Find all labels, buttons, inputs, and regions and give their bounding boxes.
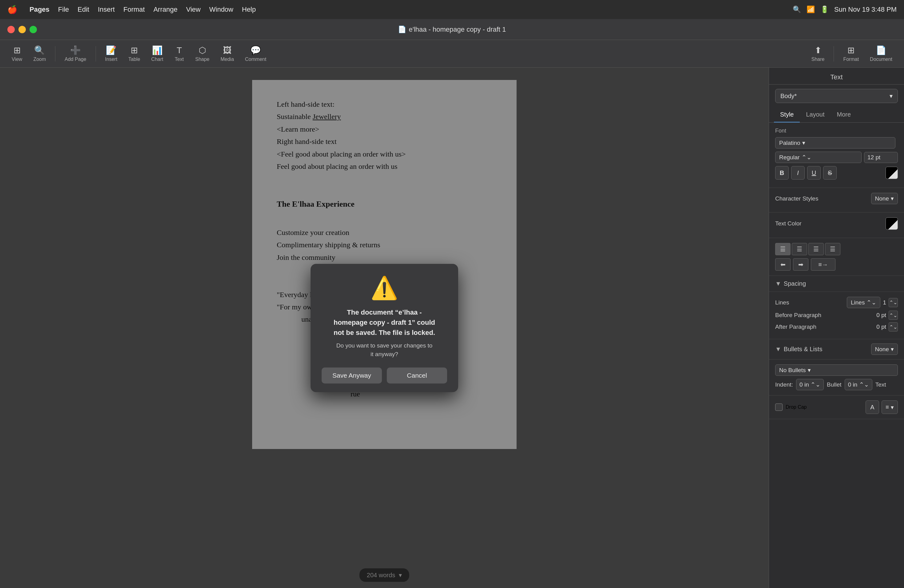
lines-dropdown[interactable]: Lines ⌃⌄ [847,297,880,308]
toolbar-document[interactable]: 📄 Document [866,45,897,62]
after-para-stepper[interactable]: ⌃⌄ [889,322,898,332]
lines-stepper[interactable]: ⌃⌄ [889,298,898,307]
char-styles-label: Character Styles [775,195,818,202]
toolbar-comment[interactable]: 💬 Comment [241,45,270,62]
toolbar-chart[interactable]: 📊 Chart [147,45,168,62]
table-icon: ⊞ [131,45,138,55]
menu-arrange[interactable]: Arrange [153,6,177,14]
bullet-indent-input[interactable]: 0 in ⌃⌄ [796,379,824,390]
drop-cap-checkbox[interactable] [775,403,782,411]
toolbar-divider-2 [96,46,96,62]
menubar: 🍎 Pages File Edit Insert Format Arrange … [0,0,904,19]
underline-button[interactable]: U [807,166,821,180]
align-right-button[interactable]: ☰ [808,243,824,255]
no-bullets-dropdown[interactable]: No Bullets ▾ [775,364,898,376]
align-center-button[interactable]: ☰ [792,243,807,255]
toolbar-media[interactable]: 🖼 Media [216,45,238,62]
char-styles-dropdown[interactable]: None ▾ [871,193,898,204]
toolbar-view[interactable]: ⊞ View [7,45,27,62]
comment-icon: 💬 [250,45,261,55]
text-color-label: Text Color [775,220,801,227]
text-indent-input[interactable]: 0 in ⌃⌄ [845,379,872,390]
toolbar-text[interactable]: T Text [170,46,188,62]
panel-header: Text [769,68,904,85]
toolbar-share[interactable]: ⬆ Share [807,45,829,62]
increase-indent-button[interactable]: ➡ [793,258,808,270]
insert-icon: 📝 [106,45,117,55]
format-label: Format [843,57,859,62]
apple-menu[interactable]: 🍎 [7,5,17,14]
toolbar-add-page[interactable]: ➕ Add Page [60,45,90,62]
decrease-indent-button[interactable]: ⬅ [775,258,790,270]
font-family-dropdown[interactable]: Palatino ▾ [775,137,895,149]
drop-cap-dropdown[interactable]: ≡ ▾ [882,400,898,414]
menu-edit[interactable]: Edit [77,6,89,14]
align-justify-button[interactable]: ☰ [825,243,840,255]
zoom-icon: 🔍 [34,45,45,55]
toolbar-insert[interactable]: 📝 Insert [101,45,122,62]
toolbar-table[interactable]: ⊞ Table [124,45,144,62]
menu-insert[interactable]: Insert [98,6,115,14]
bullets-label: Bullets & Lists [784,346,822,353]
text-color-swatch[interactable] [885,167,898,179]
menu-pages[interactable]: Pages [30,6,49,14]
after-para-row: After Paragraph 0 pt ⌃⌄ [775,322,898,332]
comment-label: Comment [245,57,266,62]
titlebar: 📄 e'lhaa - homepage copy - draft 1 [0,19,904,40]
search-icon[interactable]: 🔍 [793,6,801,14]
menu-format[interactable]: Format [123,6,145,14]
text-icon: T [177,46,182,55]
font-weight-dropdown[interactable]: Regular ⌃⌄ [775,152,861,163]
tab-more[interactable]: More [831,107,857,122]
style-dropdown[interactable]: Body* ▾ [775,89,898,103]
panel-tabs: Style Layout More [769,107,904,123]
toolbar-shape[interactable]: ⬡ Shape [191,45,214,62]
indent-row: Indent: 0 in ⌃⌄ Bullet 0 in ⌃⌄ Text [775,379,898,390]
menu-file[interactable]: File [58,6,69,14]
menu-window[interactable]: Window [209,6,233,14]
close-button[interactable] [7,26,15,33]
font-size-input[interactable]: 12 pt [864,152,898,163]
text-label: Text [175,57,183,62]
fullscreen-button[interactable] [30,26,37,33]
document-panel-icon: 📄 [876,45,887,55]
document-label: Document [870,57,892,62]
strikethrough-button[interactable]: S [823,166,837,180]
drop-cap-format-btn[interactable]: A [866,400,879,414]
char-styles-row: Character Styles None ▾ [775,193,898,204]
tab-layout[interactable]: Layout [800,107,831,122]
share-icon: ⬆ [814,45,822,55]
toolbar-zoom[interactable]: 🔍 Zoom [29,45,50,62]
font-section: Font Palatino ▾ Regular ⌃⌄ 12 pt B I U [769,123,904,188]
cancel-button[interactable]: Cancel [387,368,447,384]
alignment-section: ☰ ☰ ☰ ☰ ⬅ ➡ ≡→ [769,238,904,276]
window-controls [7,26,37,33]
bold-button[interactable]: B [775,166,789,180]
bullets-dropdown[interactable]: None ▾ [871,343,898,355]
font-family-row: Palatino ▾ [775,137,898,149]
chevron-icon-weight: ⌃⌄ [801,154,811,161]
table-label: Table [128,57,140,62]
shape-label: Shape [195,57,209,62]
before-para-stepper[interactable]: ⌃⌄ [889,311,898,320]
tab-style[interactable]: Style [774,107,800,122]
document-area[interactable]: Left hand-side text: Sustainable Jewelle… [0,68,769,588]
list-indent-button[interactable]: ≡→ [811,258,835,270]
font-label: Font [775,128,898,134]
save-anyway-button[interactable]: Save Anyway [322,368,382,384]
battery-icon: 🔋 [820,6,829,14]
indent-controls: ⬅ ➡ ≡→ [775,258,898,270]
spacing-section-header[interactable]: ▼ Spacing [769,276,904,292]
lines-value: 1 [883,299,886,306]
align-buttons: ☰ ☰ ☰ ☰ [775,243,898,255]
spacing-section: Lines Lines ⌃⌄ 1 ⌃⌄ Before Paragraph 0 p… [769,292,904,339]
text-color-picker[interactable] [885,217,898,230]
bullets-section-header[interactable]: ▼ Bullets & Lists None ▾ [769,339,904,359]
save-dialog: ⚠️ The document “e’lhaa -homepage copy -… [311,264,458,392]
menu-view[interactable]: View [186,6,201,14]
minimize-button[interactable] [19,26,26,33]
italic-button[interactable]: I [791,166,805,180]
toolbar-format[interactable]: ⊞ Format [839,45,863,62]
menu-help[interactable]: Help [242,6,256,14]
align-left-button[interactable]: ☰ [775,243,790,255]
